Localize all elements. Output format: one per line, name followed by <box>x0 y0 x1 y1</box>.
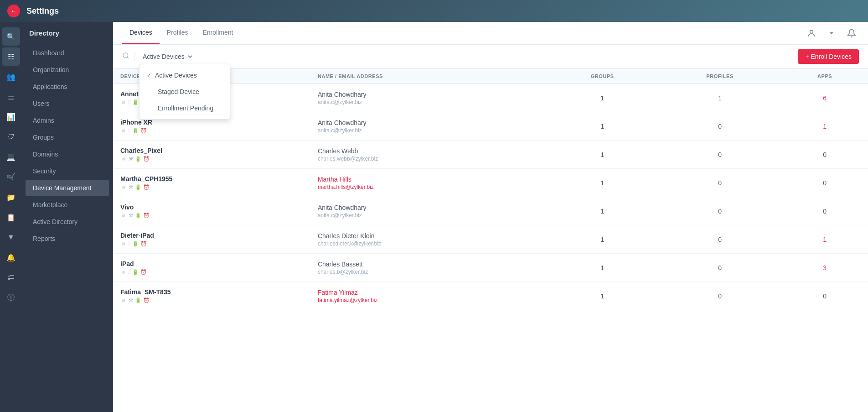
user-icon-btn[interactable] <box>804 26 819 41</box>
sidebar-icon-store[interactable]: 🛒 <box>2 168 20 186</box>
nav-item-users[interactable]: Users <box>26 95 109 112</box>
device-name: iPad <box>120 260 303 267</box>
devices-table-container: DEVICE NAME / EMAIL ADDRESS GROUPS PROFI… <box>113 69 868 412</box>
clock-icon: ⏰ <box>143 184 150 190</box>
user-email: charles.b@zylker.biz <box>318 269 539 275</box>
search-icon[interactable] <box>122 52 129 61</box>
sidebar-icon-directory[interactable]: 📁 <box>2 188 20 206</box>
bell-icon-btn[interactable] <box>844 26 859 41</box>
phone-icon: ◽ <box>120 269 127 275</box>
back-button[interactable]: ← <box>7 5 20 17</box>
icon-sidebar: 🔍 ☷ 👥 ⚌ 📊 🛡 💻 🛒 📁 📋 ▼ 🔔 🏷 ⓘ <box>0 22 22 412</box>
tabs-bar: Devices Profiles Enrollment <box>113 22 868 45</box>
nav-item-dashboard[interactable]: Dashboard <box>26 45 109 61</box>
toolbar-divider <box>134 52 134 61</box>
table-row: Fatima_SM-T835 ◽ ⚒ 🔋 ⏰ Fatima Yilmaz fat… <box>113 282 868 310</box>
nav-item-active-directory[interactable]: Active Directory <box>26 214 109 230</box>
phone-icon: ◽ <box>120 241 127 247</box>
dropdown-option-label: Enrollment Pending <box>158 104 213 112</box>
nav-item-device-management[interactable]: Device Management <box>26 180 109 196</box>
profiles-count: 0 <box>658 112 781 141</box>
filter-dropdown[interactable]: Active Devices ✓ Active Devices Staged D… <box>139 51 196 62</box>
nav-item-reports[interactable]: Reports <box>26 230 109 247</box>
phone-icon: ◽ <box>120 213 127 219</box>
device-name: Charles_Pixel <box>120 147 303 154</box>
filter-label: Active Devices <box>143 53 185 60</box>
clock-icon: ⏰ <box>140 269 147 275</box>
user-name[interactable]: Martha Hills <box>318 176 539 183</box>
sidebar-icon-bell[interactable]: 🔔 <box>2 248 20 266</box>
apps-count: 0 <box>781 282 868 310</box>
sidebar-icon-users[interactable]: 👥 <box>2 68 20 86</box>
user-name[interactable]: Fatima Yilmaz <box>318 289 539 296</box>
tab-devices[interactable]: Devices <box>122 22 160 44</box>
sidebar-icon-chart[interactable]: 📊 <box>2 108 20 126</box>
chevron-down-icon-btn[interactable] <box>824 26 839 41</box>
os-icon: ⚒ <box>129 156 133 162</box>
sidebar-icon-filter[interactable]: ▼ <box>2 228 20 246</box>
nav-item-organization[interactable]: Organization <box>26 62 109 78</box>
toolbar: Active Devices ✓ Active Devices Staged D… <box>113 45 868 69</box>
sidebar-icon-info[interactable]: ⓘ <box>2 288 20 307</box>
profiles-count: 0 <box>658 141 781 169</box>
table-row: iPad ◽  🔋 ⏰ Charles Bassett charles.b@z… <box>113 254 868 282</box>
tab-enrollment[interactable]: Enrollment <box>195 22 240 44</box>
user-email: martha.hills@zylker.biz <box>318 184 539 190</box>
device-name: iPhone XR <box>120 119 303 126</box>
nav-item-admins[interactable]: Admins <box>26 112 109 129</box>
clock-icon: ⏰ <box>140 241 147 247</box>
profiles-count: 1 <box>658 84 781 112</box>
sidebar-icon-search[interactable]: 🔍 <box>2 27 20 46</box>
device-cell: Martha_CPH1955 ◽ ⚒ 🔋 ⏰ <box>113 169 310 197</box>
svg-point-1 <box>123 53 128 58</box>
user-name: Anita Chowdhary <box>318 204 539 211</box>
col-groups: GROUPS <box>547 69 658 84</box>
nav-item-security[interactable]: Security <box>26 163 109 179</box>
dropdown-option-staged-device[interactable]: Staged Device <box>140 83 230 100</box>
apps-count: 1 <box>781 225 868 254</box>
os-icon:  <box>129 128 130 134</box>
sidebar-icon-layers[interactable]: ⚌ <box>2 88 20 106</box>
apps-count: 0 <box>781 169 868 197</box>
signal-icon: 🔋 <box>132 128 139 134</box>
os-icon:  <box>129 241 130 247</box>
dropdown-option-enrollment-pending[interactable]: Enrollment Pending <box>140 100 230 116</box>
clock-icon: ⏰ <box>140 128 147 134</box>
nav-item-applications[interactable]: Applications <box>26 78 109 95</box>
enroll-devices-button[interactable]: + Enroll Devices <box>798 49 859 64</box>
dropdown-option-active-devices[interactable]: ✓ Active Devices <box>140 67 230 83</box>
signal-icon: 🔋 <box>132 99 139 105</box>
sidebar-icon-tag[interactable]: 🏷 <box>2 268 20 287</box>
device-icons: ◽ ⚒ 🔋 ⏰ <box>120 297 303 303</box>
nav-item-groups[interactable]: Groups <box>26 129 109 146</box>
sidebar-icon-shield[interactable]: 🛡 <box>2 128 20 146</box>
name-email-cell: Charles Bassett charles.b@zylker.biz <box>310 254 547 282</box>
groups-count: 1 <box>547 141 658 169</box>
apps-count: 6 <box>781 84 868 112</box>
user-name: Charles Dieter Klein <box>318 232 539 240</box>
user-email: anita.c@zylker.biz <box>318 99 539 105</box>
col-apps: APPS <box>781 69 868 84</box>
signal-icon: 🔋 <box>135 213 141 219</box>
tabs-left: Devices Profiles Enrollment <box>122 22 240 44</box>
signal-icon: 🔋 <box>135 297 141 303</box>
os-icon:  <box>129 99 130 105</box>
top-header: ← Settings <box>0 0 868 22</box>
app-title: Settings <box>26 6 59 16</box>
groups-count: 1 <box>547 84 658 112</box>
name-email-cell: Charles Webb charles.webb@zylker.biz <box>310 141 547 169</box>
groups-count: 1 <box>547 282 658 310</box>
nav-item-domains[interactable]: Domains <box>26 146 109 162</box>
nav-item-marketplace[interactable]: Marketplace <box>26 197 109 213</box>
device-icons: ◽ ⚒ 🔋 ⏰ <box>120 156 303 162</box>
apps-count: 0 <box>781 197 868 225</box>
phone-icon: ◽ <box>120 297 127 303</box>
groups-count: 1 <box>547 225 658 254</box>
sidebar-icon-report[interactable]: 📋 <box>2 208 20 226</box>
name-email-cell: Anita Chowdhary anita.c@zylker.biz <box>310 112 547 141</box>
sidebar-icon-device[interactable]: 💻 <box>2 148 20 166</box>
device-cell: iPad ◽  🔋 ⏰ <box>113 254 310 282</box>
device-name: Fatima_SM-T835 <box>120 288 303 296</box>
sidebar-icon-grid[interactable]: ☷ <box>2 47 20 66</box>
tab-profiles[interactable]: Profiles <box>160 22 196 44</box>
